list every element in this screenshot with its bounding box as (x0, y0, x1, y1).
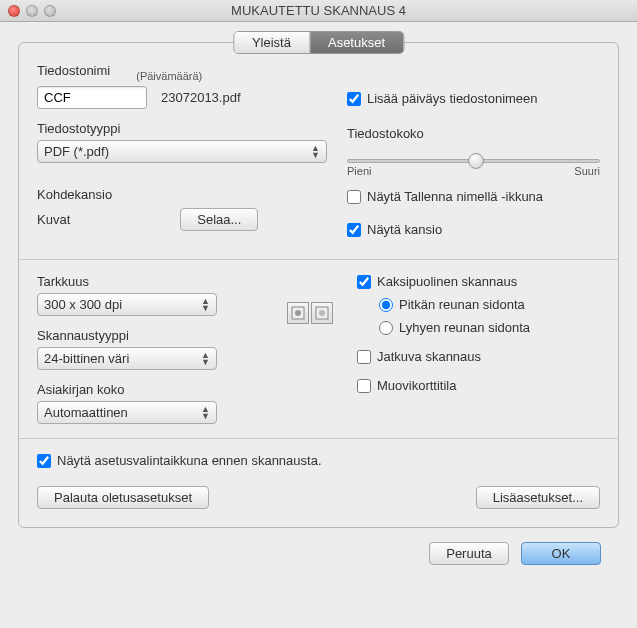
svg-point-3 (319, 310, 325, 316)
add-date-box[interactable] (347, 92, 361, 106)
chevron-updown-icon: ▲▼ (201, 406, 210, 420)
show-saveas-box[interactable] (347, 190, 361, 204)
ok-button[interactable]: OK (521, 542, 601, 565)
slider-small-label: Pieni (347, 165, 371, 177)
date-label: (Päivämäärä) (136, 70, 202, 82)
tab-general[interactable]: Yleistä (234, 32, 310, 53)
tabstrip: Yleistä Asetukset (233, 31, 404, 54)
divider-2 (19, 438, 618, 439)
filename-label: Tiedostonimi (37, 63, 110, 78)
duplex-diagram (287, 302, 333, 324)
plastic-box[interactable] (357, 379, 371, 393)
chevron-updown-icon: ▲▼ (201, 298, 210, 312)
show-settings-checkbox[interactable]: Näytä asetusvalintaikkuna ennen skannaus… (37, 453, 600, 468)
docsize-label: Asiakirjan koko (37, 382, 287, 397)
resolution-dropdown[interactable]: 300 x 300 dpi ▲▼ (37, 293, 217, 316)
filesize-label: Tiedostokoko (347, 126, 600, 141)
scantype-label: Skannaustyyppi (37, 328, 287, 343)
divider (19, 259, 618, 260)
advanced-button[interactable]: Lisäasetukset... (476, 486, 600, 509)
destfolder-label: Kohdekansio (37, 187, 347, 202)
show-saveas-checkbox[interactable]: Näytä Tallenna nimellä -ikkuna (347, 189, 600, 204)
continuous-box[interactable] (357, 350, 371, 364)
filetype-label: Tiedostotyyppi (37, 121, 347, 136)
date-value: 23072013.pdf (161, 90, 241, 105)
page-back-icon (311, 302, 333, 324)
scantype-dropdown[interactable]: 24-bittinen väri ▲▼ (37, 347, 217, 370)
continuous-checkbox[interactable]: Jatkuva skannaus (357, 349, 600, 364)
filetype-dropdown[interactable]: PDF (*.pdf) ▲▼ (37, 140, 327, 163)
filetype-value: PDF (*.pdf) (44, 144, 109, 159)
titlebar: MUKAUTETTU SKANNAUS 4 (0, 0, 637, 22)
show-folder-box[interactable] (347, 223, 361, 237)
chevron-updown-icon: ▲▼ (311, 145, 320, 159)
docsize-dropdown[interactable]: Automaattinen ▲▼ (37, 401, 217, 424)
browse-button[interactable]: Selaa... (180, 208, 258, 231)
restore-defaults-button[interactable]: Palauta oletusasetukset (37, 486, 209, 509)
svg-point-1 (295, 310, 301, 316)
cancel-button[interactable]: Peruuta (429, 542, 509, 565)
tab-settings[interactable]: Asetukset (310, 32, 403, 53)
duplex-checkbox[interactable]: Kaksipuolinen skannaus (357, 274, 600, 289)
window-title: MUKAUTETTU SKANNAUS 4 (0, 3, 637, 18)
images-label: Kuvat (37, 212, 70, 227)
page-front-icon (287, 302, 309, 324)
main-panel: Yleistä Asetukset Tiedostonimi (Päivämää… (18, 42, 619, 528)
show-settings-box[interactable] (37, 454, 51, 468)
short-edge-input[interactable] (379, 321, 393, 335)
short-edge-radio[interactable]: Lyhyen reunan sidonta (379, 320, 600, 335)
duplex-box[interactable] (357, 275, 371, 289)
long-edge-input[interactable] (379, 298, 393, 312)
filesize-slider[interactable]: Pieni Suuri (347, 145, 600, 177)
slider-large-label: Suuri (574, 165, 600, 177)
chevron-updown-icon: ▲▼ (201, 352, 210, 366)
resolution-label: Tarkkuus (37, 274, 287, 289)
filename-input[interactable] (37, 86, 147, 109)
show-folder-checkbox[interactable]: Näytä kansio (347, 222, 600, 237)
plastic-checkbox[interactable]: Muovikorttitila (357, 378, 600, 393)
long-edge-radio[interactable]: Pitkän reunan sidonta (379, 297, 600, 312)
add-date-checkbox[interactable]: Lisää päiväys tiedostonimeen (347, 91, 600, 106)
